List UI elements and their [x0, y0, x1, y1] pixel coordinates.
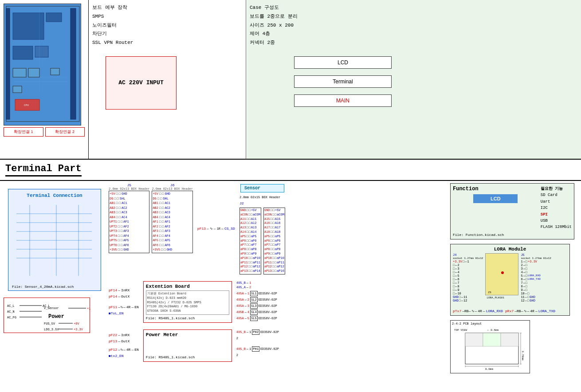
feature-i2c: I2C	[541, 205, 572, 211]
function-left: Function LCD	[453, 186, 538, 231]
lora-rpin2: 2—□	[521, 263, 551, 267]
function-lcd-button[interactable]: LCD	[473, 194, 518, 203]
feature-sd: SD Card	[541, 192, 572, 198]
center-schematic: J5 2.0mm 02x13 BOX Header +5V□□GHD DG□□S…	[106, 181, 448, 376]
mid-line1: 보드 에부 장착	[92, 4, 242, 12]
pf14-rx-line: pF14 —InRX	[109, 288, 139, 292]
signal-lines-top: pF13 —∿—1R— CS_SD	[195, 183, 237, 274]
lora-rpin3: 3—□	[521, 267, 551, 270]
485a-line: 485_A—2	[236, 286, 277, 289]
svg-text:+1VEN: +1VEN	[87, 307, 90, 310]
function-features: 필요한 기능 SD Card Uart I2C SPI USB FLASH 12…	[541, 186, 572, 231]
main-button[interactable]: MAIN	[294, 94, 392, 107]
case-buttons: LCD Terminal MAIN	[250, 56, 577, 107]
lora-pin1: +3.3V□—1	[453, 260, 483, 263]
lora-pin12: GHD□—12	[453, 299, 483, 302]
feature-spi: SPI	[541, 212, 572, 218]
j2-j20-pins: GND□□+5V aCON□□aCOM Al1□□Al1 Al2□□Al2 Al…	[239, 208, 285, 274]
terminal-button[interactable]: Terminal	[294, 75, 392, 88]
lora-pin3: □—3	[453, 267, 483, 270]
lora-right-pins: J5 socket 1.27mm 01x12 1—□+3.3V 2—□ 3—□ …	[521, 253, 551, 302]
lora-pin4: □—4	[453, 270, 483, 274]
left-signal-lines: pF14 —InRX pF14 —OutX pF11 —∿—4R—EN ■ToL…	[109, 281, 139, 323]
lora-j5-label: J5	[521, 253, 551, 257]
lora-rpin10: 10—□	[521, 292, 551, 295]
lora-rpin9: 9—□	[521, 288, 551, 292]
pf22-signals: pF22 —InRX pF13 —OutX pF12 —∿—4R—EN ■tx2…	[109, 329, 139, 362]
lora-j4-label: J4	[453, 253, 483, 257]
power-box: AC_L AC_L AC_N AC_FG V_Sensor +1VEN	[4, 298, 90, 333]
case-line2: 사이즈 250 x 200	[250, 21, 577, 30]
j5-sublabel: 2.0mm 02x13 BOX Header	[109, 187, 149, 191]
lora-rpin5: 5—□LORA_RXD	[521, 274, 551, 278]
j6-label: J6	[152, 183, 192, 187]
pcb-layout-box: 2-4-2 PCB layout TOP VIEW ← 0.6mm 8.0mm	[450, 320, 530, 373]
power-meter-title: Power Meter	[146, 332, 229, 337]
svg-text:AC_FG: AC_FG	[7, 316, 16, 319]
svg-rect-2	[46, 13, 62, 22]
lora-title: LORA Module	[453, 247, 567, 252]
svg-text:← 0.6mm: ← 0.6mm	[487, 329, 499, 332]
svg-rect-13	[13, 68, 26, 77]
terminal-part-title: Terminal Part	[5, 163, 82, 176]
sl1-line: 485A—1 SL1 ED350V-02P	[236, 291, 277, 296]
mid-top-info: 보드 에부 장착 SMPS 노이즈필터 차단기 SSL VPN Router	[92, 4, 242, 47]
lora-left-pins: J4 socket 1.27mm 01x12 +3.3V□—1 □—2 □—3 …	[453, 253, 483, 302]
svg-rect-47	[501, 333, 518, 346]
lora-pin10: □—10	[453, 292, 483, 295]
pf12-en-line: pF12 —∿—4R—EN	[109, 348, 139, 352]
lora-j5-sub: socket 1.27mm 01x12	[521, 257, 551, 260]
lora-rpin1: 1—□+3.3V	[521, 260, 551, 263]
lora-rpin11: 11—□GHD	[521, 295, 551, 299]
feature-uart: Uart	[541, 199, 572, 205]
pf13-line: pF13 —∿—1R— CS_SD	[197, 227, 235, 231]
svg-rect-6	[6, 8, 10, 119]
function-title: Function	[453, 186, 538, 192]
ph2-2-line: 2	[236, 337, 279, 340]
function-content: Function LCD 필요한 기능 SD Card Uart I2C SPI…	[453, 186, 572, 231]
power-svg: AC_L AC_L AC_N AC_FG V_Sensor +1VEN	[6, 300, 90, 333]
power-meter-file: File: RS485_1.kicad.sch	[146, 355, 229, 359]
case-info: Case 구성도 보드를 2중으로 분리 사이즈 250 x 200 제어 4층…	[250, 4, 577, 47]
headers-row: J5 2.0mm 02x13 BOX Header +5V□□GHD DG□□S…	[109, 181, 446, 277]
bottom-left: Terminal Connection File: S	[0, 181, 106, 376]
svg-rect-14	[28, 68, 39, 77]
svg-text:TOP VIEW: TOP VIEW	[454, 329, 467, 332]
svg-text:FUS_5V: FUS_5V	[44, 322, 55, 325]
lora-rpin8: 8—□	[521, 285, 551, 288]
lora-rpin12: 12—□GHD	[521, 299, 551, 302]
j5-block: J5 2.0mm 02x13 BOX Header +5V□□GHD DG□□S…	[109, 183, 149, 274]
function-box: Function LCD 필요한 기능 SD Card Uart I2C SPI…	[450, 183, 574, 239]
j20-pins: GND□□+5V aCON□□aCOM Al5□□Al5 Al6□□Al6 Al…	[263, 208, 285, 274]
ext-file: File: RS485_1.kicad.sch	[146, 316, 229, 320]
j2-name: J2	[239, 201, 285, 205]
pcb-buttons: 확장연결 1 확장연결 2	[4, 127, 85, 137]
lora-pin6: □—6	[453, 278, 483, 281]
sensor-group: Sensor 2.0mm 02x15 BOX Header J2	[239, 183, 285, 205]
ext-info4: FT130 2D(4x20mA81 / MG-1030	[147, 305, 228, 309]
pf14-tx-line: pF14 —OutX	[109, 294, 139, 298]
case-title: Case 구성도	[250, 4, 577, 12]
svg-text:+3.3V: +3.3V	[74, 328, 83, 331]
lora-pin7: □—7	[453, 281, 483, 285]
pf11-en-line: pF11 —∿—4R—EN	[109, 305, 139, 309]
case-line4: 커넥터 2중	[250, 39, 577, 47]
pcb-layout-title: 2-4-2 PCB layout	[452, 322, 528, 325]
j2-sub: 2.0mm 02x15 BOX Header	[239, 196, 285, 199]
ext-info5: GT030A 10CH S-630A	[147, 309, 228, 314]
function-header: 필요한 기능	[541, 186, 572, 192]
expand-btn-1[interactable]: 확장연결 1	[4, 127, 43, 137]
svg-rect-46	[483, 333, 501, 346]
lcd-button[interactable]: LCD	[294, 56, 392, 69]
lora-rpin6: 6—□LORA_TXD	[521, 278, 551, 281]
sensor-label: Sensor	[240, 184, 284, 192]
function-file: File: Function.kicad.sch	[453, 233, 572, 237]
expand-btn-2[interactable]: 확장연결 2	[45, 127, 85, 137]
terminal-conn-title: Terminal Connection	[12, 193, 97, 198]
j6-pins: +5V□□GHD DG□□SHL AB1□□AC1 AB2□□AC2 AB3□□…	[152, 191, 192, 253]
pcb-image: CPU	[4, 4, 81, 125]
j6-block: J6 2.0mm 02x13 BOX Header +5V□□GHD DG□□S…	[152, 183, 192, 274]
feature-usb: USB	[541, 218, 572, 224]
lora-signals: pTx7 —RB— ∿—4R — LORA_RXD pRx7 —RB— ∿—4R…	[453, 309, 567, 313]
pf13-tx-line: pF13 —OutX	[109, 339, 139, 343]
